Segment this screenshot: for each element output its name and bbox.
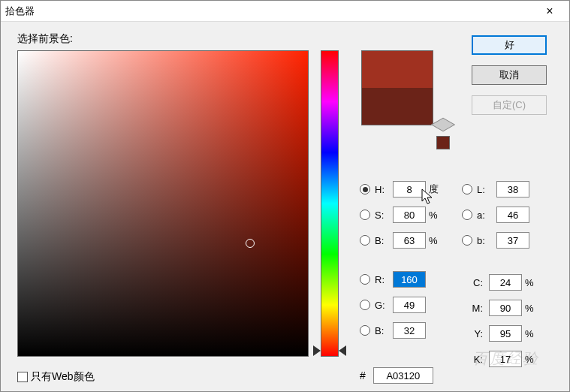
- h-unit: 度: [429, 182, 447, 196]
- b-unit: %: [429, 235, 447, 246]
- close-icon[interactable]: ×: [535, 2, 565, 21]
- c-unit: %: [525, 277, 543, 288]
- h-input[interactable]: [393, 181, 426, 198]
- s-unit: %: [429, 210, 447, 221]
- color-cursor-icon: [246, 239, 255, 248]
- hex-row: #: [360, 367, 433, 384]
- l-input[interactable]: [496, 181, 529, 198]
- s-radio[interactable]: [360, 210, 370, 220]
- lb-row: b:: [462, 228, 529, 253]
- web-only-checkbox[interactable]: [17, 372, 28, 382]
- hue-arrow-right-icon: [339, 345, 346, 356]
- m-input[interactable]: [489, 300, 522, 316]
- g-input[interactable]: [393, 297, 426, 313]
- color-preview: [361, 50, 433, 125]
- y-row: Y: %: [469, 321, 543, 346]
- b-label: B:: [375, 235, 390, 246]
- web-only-row: 只有Web颜色: [17, 370, 95, 384]
- s-input[interactable]: [393, 207, 426, 223]
- new-color-swatch: [362, 51, 433, 88]
- color-picker-window: 拾色器 × 选择前景色: 好 取消: [0, 0, 570, 392]
- cube-icon[interactable]: [431, 118, 455, 132]
- s-row: S: %: [360, 202, 447, 228]
- window-title: 拾色器: [5, 5, 535, 18]
- m-row: M: %: [469, 295, 543, 321]
- g-radio[interactable]: [360, 300, 370, 310]
- watermark-text: 百度经验: [473, 348, 539, 369]
- color-field[interactable]: [17, 50, 309, 357]
- y-input[interactable]: [489, 325, 522, 342]
- y-unit: %: [525, 328, 543, 339]
- hsb-rgb-fields: H: 度 S: % B: % R:: [360, 176, 447, 343]
- r-row: R:: [360, 267, 447, 292]
- hue-arrow-left-icon: [313, 345, 321, 356]
- h-label: H:: [375, 184, 390, 195]
- b-row: B: %: [360, 228, 447, 253]
- r-input[interactable]: [393, 271, 426, 288]
- gamut-indicators: [436, 118, 450, 149]
- la-row: a:: [462, 202, 529, 228]
- content-area: 选择前景色: 好 取消 自定(C): [1, 22, 569, 391]
- h-row: H: 度: [360, 176, 447, 202]
- h-radio[interactable]: [360, 184, 370, 194]
- l-radio[interactable]: [462, 184, 472, 194]
- m-label: M:: [469, 303, 486, 314]
- lb-label: b:: [477, 235, 493, 246]
- mini-swatch[interactable]: [436, 136, 450, 149]
- bb-row: B:: [360, 318, 447, 343]
- b-input[interactable]: [393, 232, 426, 249]
- c-row: C: %: [469, 270, 543, 295]
- s-label: S:: [375, 210, 390, 221]
- foreground-label: 选择前景色:: [17, 32, 73, 46]
- lb-radio[interactable]: [462, 235, 472, 246]
- g-label: G:: [375, 300, 390, 311]
- bb-label: B:: [375, 325, 390, 336]
- bb-radio[interactable]: [360, 325, 370, 336]
- bb-input[interactable]: [393, 322, 426, 339]
- old-color-swatch[interactable]: [362, 88, 433, 125]
- la-input[interactable]: [496, 207, 529, 223]
- b-radio[interactable]: [360, 235, 370, 246]
- y-label: Y:: [469, 328, 486, 339]
- hex-label: #: [360, 369, 366, 381]
- ok-button[interactable]: 好: [472, 35, 547, 55]
- lab-fields: L: a: b:: [462, 176, 529, 253]
- hue-slider[interactable]: [321, 50, 339, 357]
- r-radio[interactable]: [360, 274, 370, 285]
- cancel-button[interactable]: 取消: [472, 65, 547, 85]
- lb-input[interactable]: [496, 232, 529, 249]
- r-label: R:: [375, 274, 390, 285]
- l-row: L:: [462, 176, 529, 202]
- button-column: 好 取消 自定(C): [472, 35, 547, 115]
- la-label: a:: [477, 210, 493, 221]
- titlebar: 拾色器 ×: [1, 1, 569, 22]
- la-radio[interactable]: [462, 210, 472, 220]
- c-label: C:: [469, 277, 486, 288]
- l-label: L:: [477, 184, 493, 195]
- custom-button: 自定(C): [472, 95, 547, 115]
- web-only-label: 只有Web颜色: [31, 370, 95, 384]
- g-row: G:: [360, 292, 447, 318]
- hex-input[interactable]: [373, 367, 433, 384]
- m-unit: %: [525, 303, 543, 314]
- c-input[interactable]: [489, 274, 522, 291]
